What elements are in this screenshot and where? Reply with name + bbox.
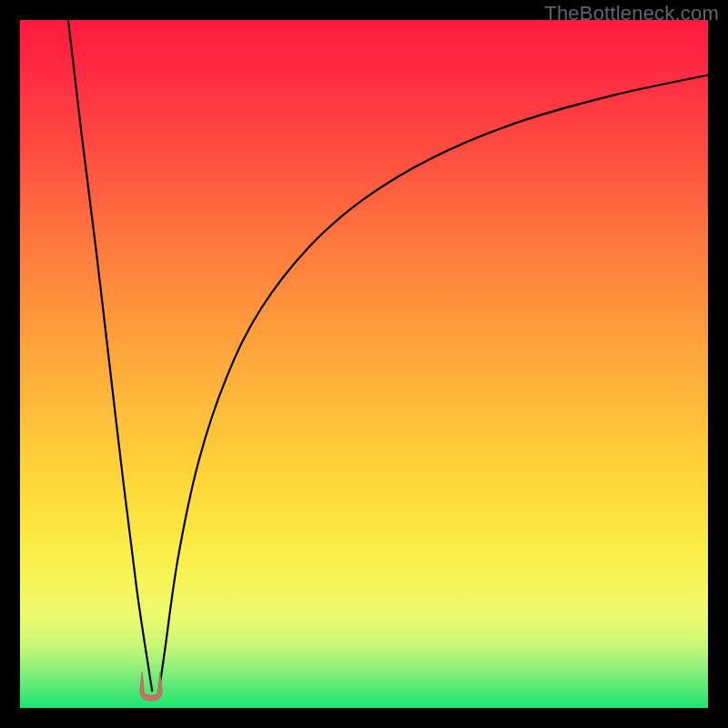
curve-left-branch [68, 20, 152, 691]
watermark-text: TheBottleneck.com [544, 2, 719, 25]
bottleneck-curve [20, 20, 708, 708]
plot-area [20, 20, 708, 708]
optimal-point-marker [136, 670, 167, 703]
curve-right-branch [159, 75, 708, 691]
chart-frame: TheBottleneck.com [0, 0, 728, 728]
